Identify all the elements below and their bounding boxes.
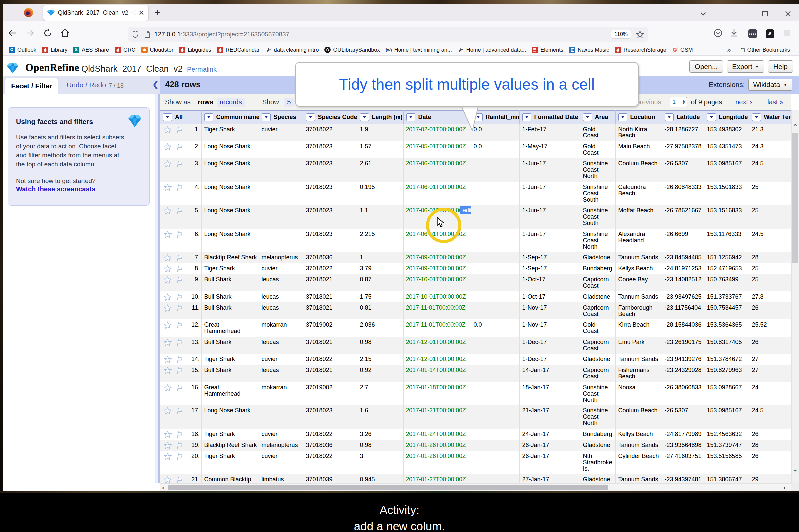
column-menu-dropdown[interactable] (707, 113, 716, 121)
cell-species_code[interactable]: 37018022 (303, 429, 357, 440)
cell-area[interactable]: Sunshine Coast South (580, 205, 615, 229)
page-size-5-link[interactable]: 5 (284, 97, 293, 107)
cell-species_code[interactable]: 37018036 (303, 440, 357, 451)
cell-water_temp[interactable]: 24.5 (749, 405, 791, 429)
url-bar[interactable]: 127.0.0.1:3333/project?project=216350567… (128, 27, 648, 42)
open-button[interactable]: Open... (689, 60, 723, 73)
cell-latitude[interactable]: -23.94397481 (662, 474, 704, 483)
flag-icon[interactable] (176, 254, 184, 262)
cell-species[interactable] (259, 229, 303, 252)
cell-formatted_date[interactable]: 1-Feb-17 (519, 124, 580, 141)
cell-water_temp[interactable]: 26 (749, 451, 791, 474)
panel-resizer[interactable] (158, 94, 160, 491)
flag-icon[interactable] (176, 476, 184, 483)
cell-location[interactable]: Cylinder Beach (615, 451, 662, 474)
cell-location[interactable]: Cooee Bay (615, 274, 662, 291)
cell-common_name[interactable]: Bull Shark (202, 302, 259, 320)
cell-formatted_date[interactable]: 1-Nov-17 (519, 319, 580, 337)
flag-icon[interactable] (176, 265, 184, 273)
cell-date[interactable]: 2017-01-24T00:00:00Z (403, 429, 471, 440)
cell-latitude[interactable]: -23.11756404 (662, 302, 704, 320)
cell-rainfall_mm[interactable] (471, 291, 519, 302)
cell-area[interactable]: Gladstone (580, 252, 615, 263)
cell-water_temp[interactable]: 27.8 (749, 291, 791, 302)
flag-icon[interactable] (176, 304, 184, 312)
cell-date[interactable]: 2017-12-01T00:00:00Z (403, 354, 471, 364)
watch-screencasts-link[interactable]: Watch these screencasts (16, 186, 141, 193)
cell-rainfall_mm[interactable] (471, 263, 519, 274)
cell-location[interactable]: Fishermans Beach (615, 364, 662, 382)
cell-length_m[interactable]: 2.036 (357, 319, 403, 337)
cell-species[interactable]: leucas (259, 274, 303, 291)
reload-icon[interactable] (43, 28, 53, 38)
cell-species[interactable]: cuvier (259, 124, 303, 141)
home-icon[interactable] (60, 28, 70, 38)
cell-common_name[interactable]: Great Hammerhead (202, 319, 259, 337)
cell-rainfall_mm[interactable] (471, 182, 519, 205)
cell-rainfall_mm[interactable] (471, 405, 519, 429)
cell-common_name[interactable]: Tiger Shark (202, 124, 259, 141)
cell-latitude[interactable]: -27.41603751 (662, 451, 704, 474)
cell-latitude[interactable]: -26.38060833 (662, 382, 704, 405)
star-icon[interactable] (164, 184, 172, 191)
cell-latitude[interactable]: -23.93564898 (662, 440, 704, 451)
cell-species_code[interactable]: 37018023 (303, 182, 357, 205)
cell-date[interactable]: 2017-09-01T00:00:00Z (403, 263, 471, 274)
extension-profile-icon[interactable] (766, 29, 774, 38)
cell-formatted_date[interactable]: 21-Jan-17 (519, 405, 580, 429)
cell-area[interactable]: Nth Stradbroke Is. (580, 451, 615, 474)
cell-formatted_date[interactable]: 18-Jan-17 (519, 382, 580, 405)
star-icon[interactable] (164, 160, 172, 168)
flag-icon[interactable] (176, 126, 184, 133)
star-icon[interactable] (164, 143, 172, 151)
cell-area[interactable]: Sunshine Coast South (580, 182, 615, 205)
cell-formatted_date[interactable]: 1-Jun-17 (519, 229, 580, 252)
cell-date[interactable]: 2017-05-01T00:00:00Z (403, 141, 471, 158)
cell-common_name[interactable]: Long Nose Shark (202, 229, 259, 252)
cell-formatted_date[interactable]: 24-Jan-17 (519, 429, 580, 440)
cell-water_temp[interactable]: 29 (749, 474, 791, 483)
back-icon[interactable] (7, 28, 17, 38)
cell-longitude[interactable]: 153.1501833 (704, 182, 749, 205)
bookmark-item[interactable]: data cleaning intro (264, 46, 320, 54)
bookmark-item[interactable]: Elements (530, 46, 565, 54)
cell-latitude[interactable]: -24.81971253 (662, 263, 704, 274)
flag-icon[interactable] (176, 231, 184, 239)
next-page-link[interactable]: next › (736, 98, 752, 106)
cell-species_code[interactable]: 37018022 (303, 451, 357, 474)
cell-length_m[interactable]: 0.195 (357, 182, 403, 205)
extension-dots-icon[interactable]: •••• (748, 29, 757, 38)
bookmark-item[interactable]: Naxos Music (568, 46, 610, 54)
zoom-level-badge[interactable]: 110% (611, 30, 630, 38)
cell-date[interactable]: 2017-09-01T00:00:00Z (403, 252, 471, 263)
cell-longitude[interactable]: 150.8279963 (704, 364, 749, 382)
flag-icon[interactable] (176, 366, 184, 374)
cell-area[interactable]: Gold Coast (580, 141, 615, 158)
cell-common_name[interactable]: Long Nose Shark (202, 405, 259, 429)
cell-area[interactable]: Capricorn Coast (580, 364, 615, 382)
cell-area[interactable]: Gladstone (580, 291, 615, 302)
cell-common_name[interactable]: Long Nose Shark (202, 205, 259, 229)
cell-species_code[interactable]: 37018022 (303, 263, 357, 274)
star-icon[interactable] (164, 476, 172, 483)
column-menu-dropdown[interactable] (665, 113, 674, 121)
flag-icon[interactable] (176, 407, 184, 415)
cell-species_code[interactable]: 37018021 (303, 337, 357, 354)
cell-species_code[interactable]: 37018023 (303, 158, 357, 182)
cell-location[interactable]: North Kirra Beach (615, 124, 662, 141)
cell-common_name[interactable]: Bull Shark (202, 364, 259, 382)
other-bookmarks-button[interactable]: Other Bookmarks (737, 46, 791, 54)
bookmark-item[interactable]: ResearchStorage (613, 46, 667, 54)
cell-location[interactable]: Alexandra Headland (615, 229, 662, 252)
tab-undo-redo[interactable]: Undo / Redo (66, 81, 106, 89)
downloads-icon[interactable] (729, 28, 739, 38)
cell-formatted_date[interactable]: 1-May-17 (519, 141, 580, 158)
tab-list-chevron-icon[interactable] (699, 9, 708, 18)
cell-latitude[interactable]: -23.26190175 (662, 337, 704, 354)
star-icon[interactable] (164, 304, 172, 312)
cell-latitude[interactable]: -26.6699 (662, 229, 704, 252)
window-minimize-button[interactable] (738, 9, 746, 18)
help-button[interactable]: Help (768, 60, 793, 73)
cell-rainfall_mm[interactable] (471, 440, 519, 451)
cell-species_code[interactable]: 37018023 (303, 405, 357, 429)
